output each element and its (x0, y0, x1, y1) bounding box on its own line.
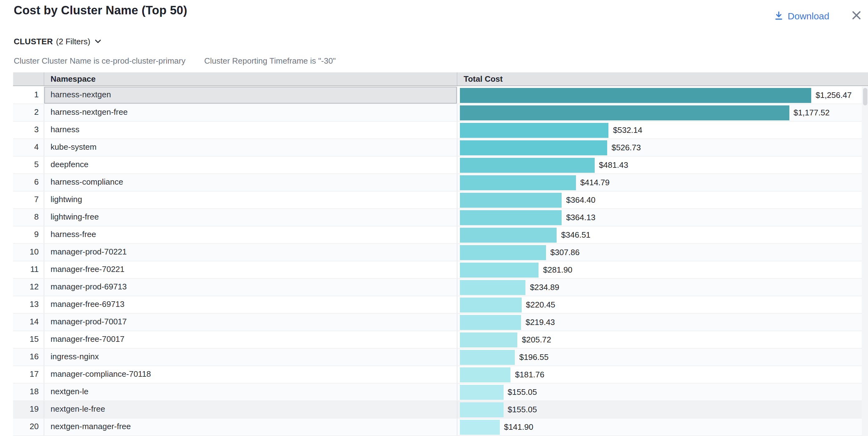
total-cost-cell[interactable]: $181.76 (457, 366, 862, 383)
row-rank: 6 (13, 174, 44, 191)
total-cost-cell[interactable]: $155.05 (457, 383, 862, 400)
namespace-cell[interactable]: manager-compliance-70118 (44, 366, 457, 383)
namespace-cell[interactable]: ingress-nginx (44, 349, 457, 366)
namespace-cell[interactable]: nextgen-manager-free (44, 418, 457, 435)
dialog-stage: Cost by Cluster Name (Top 50) Download C… (0, 0, 868, 436)
table-row[interactable]: 8lightwing-free$364.13 (13, 209, 862, 226)
table-row[interactable]: 14manager-prod-70017$219.43 (13, 314, 862, 331)
total-cost-cell[interactable]: $219.43 (457, 314, 862, 331)
row-rank: 18 (13, 383, 44, 400)
total-cost-cell[interactable]: $141.90 (457, 418, 862, 435)
total-cost-cell[interactable]: $307.86 (457, 244, 862, 261)
total-cost-cell[interactable]: $155.05 (457, 401, 862, 418)
filter-item-cluster-name: Cluster Cluster Name is ce-prod-cluster-… (14, 56, 185, 65)
scrollbar-thumb[interactable] (863, 88, 867, 105)
table-row[interactable]: 13manager-free-69713$220.45 (13, 296, 862, 314)
row-rank: 5 (13, 157, 44, 174)
cost-bar (460, 105, 789, 120)
close-button[interactable] (850, 9, 862, 21)
row-rank: 1 (13, 87, 44, 103)
total-cost-cell[interactable]: $1,256.47 (457, 87, 862, 103)
namespace-cell[interactable]: harness-free (44, 226, 457, 243)
namespace-cell[interactable]: manager-prod-69713 (44, 279, 457, 295)
row-rank: 17 (13, 366, 44, 383)
table-row[interactable]: 19nextgen-le-free$155.05 (13, 401, 862, 418)
cost-value: $526.73 (612, 143, 641, 152)
cost-bar (460, 332, 517, 347)
total-cost-cell[interactable]: $205.72 (457, 331, 862, 348)
total-cost-cell[interactable]: $281.90 (457, 261, 862, 278)
namespace-cell[interactable]: manager-free-70221 (44, 261, 457, 278)
total-cost-cell[interactable]: $234.89 (457, 279, 862, 295)
download-button[interactable]: Download (775, 10, 829, 21)
column-header-rank (13, 72, 44, 86)
cost-bar (460, 315, 521, 330)
table-row[interactable]: 11manager-free-70221$281.90 (13, 261, 862, 279)
namespace-cell[interactable]: manager-prod-70221 (44, 244, 457, 261)
cost-value: $196.55 (519, 352, 549, 362)
namespace-cell[interactable]: harness-nextgen-free (44, 104, 457, 121)
table-row[interactable]: 3harness$532.14 (13, 122, 862, 139)
table-row[interactable]: 4kube-system$526.73 (13, 139, 862, 157)
table-body: 1harness-nextgen$1,256.472harness-nextge… (13, 87, 862, 436)
namespace-cell[interactable]: lightwing-free (44, 209, 457, 226)
total-cost-cell[interactable]: $414.79 (457, 174, 862, 191)
namespace-cell[interactable]: lightwing (44, 191, 457, 208)
row-rank: 2 (13, 104, 44, 121)
namespace-cell[interactable]: manager-free-69713 (44, 296, 457, 313)
cost-value: $532.14 (613, 125, 643, 135)
table-row[interactable]: 18nextgen-le$155.05 (13, 383, 862, 401)
namespace-cell[interactable]: nextgen-le-free (44, 401, 457, 418)
cost-value: $364.40 (566, 195, 596, 205)
namespace-cell[interactable]: harness-compliance (44, 174, 457, 191)
total-cost-cell[interactable]: $526.73 (457, 139, 862, 156)
cost-bar (460, 157, 594, 173)
cost-bar (460, 210, 562, 225)
cost-value: $155.05 (508, 387, 537, 397)
column-header-namespace[interactable]: Namespace (44, 72, 457, 86)
cost-bar (460, 140, 607, 155)
row-rank: 8 (13, 209, 44, 226)
namespace-cell[interactable]: kube-system (44, 139, 457, 156)
total-cost-cell[interactable]: $346.51 (457, 226, 862, 243)
cost-value: $481.43 (599, 160, 628, 170)
cost-bar (460, 350, 515, 365)
table-row[interactable]: 15manager-free-70017$205.72 (13, 331, 862, 349)
table-row[interactable]: 6harness-compliance$414.79 (13, 174, 862, 191)
namespace-cell[interactable]: manager-free-70017 (44, 331, 457, 348)
namespace-cell[interactable]: deepfence (44, 157, 457, 174)
vertical-scrollbar[interactable] (862, 87, 868, 436)
total-cost-cell[interactable]: $532.14 (457, 122, 862, 138)
table-row[interactable]: 20nextgen-manager-free$141.90 (13, 418, 862, 436)
namespace-cell[interactable]: harness (44, 122, 457, 138)
filter-group-toggle[interactable]: CLUSTER (2 Filters) (14, 37, 101, 46)
cost-value: $281.90 (543, 265, 572, 275)
column-header-total-cost[interactable]: Total Cost (457, 72, 868, 86)
namespace-cell[interactable]: nextgen-le (44, 383, 457, 400)
total-cost-cell[interactable]: $364.13 (457, 209, 862, 226)
total-cost-cell[interactable]: $220.45 (457, 296, 862, 313)
total-cost-cell[interactable]: $364.40 (457, 191, 862, 208)
table-row[interactable]: 9harness-free$346.51 (13, 226, 862, 244)
total-cost-cell[interactable]: $196.55 (457, 349, 862, 366)
table-row[interactable]: 16ingress-nginx$196.55 (13, 349, 862, 366)
table-row[interactable]: 2harness-nextgen-free$1,177.52 (13, 104, 862, 122)
cost-bar (460, 192, 562, 208)
cost-value: $346.51 (561, 230, 591, 240)
table-row[interactable]: 7lightwing$364.40 (13, 191, 862, 209)
table-row[interactable]: 5deepfence$481.43 (13, 157, 862, 174)
namespace-cell[interactable]: harness-nextgen (44, 87, 457, 103)
namespace-cell[interactable]: manager-prod-70017 (44, 314, 457, 331)
table-row[interactable]: 12manager-prod-69713$234.89 (13, 279, 862, 296)
table-row[interactable]: 1harness-nextgen$1,256.47 (13, 87, 862, 104)
cost-value: $155.05 (508, 405, 537, 414)
row-rank: 9 (13, 226, 44, 243)
cost-table: Namespace Total Cost 1harness-nextgen$1,… (13, 72, 868, 436)
cost-bar (460, 384, 503, 400)
total-cost-cell[interactable]: $481.43 (457, 157, 862, 174)
total-cost-cell[interactable]: $1,177.52 (457, 104, 862, 121)
filter-group-label: CLUSTER (14, 37, 53, 46)
table-row[interactable]: 10manager-prod-70221$307.86 (13, 244, 862, 261)
filter-item-reporting-timeframe: Cluster Reporting Timeframe is "-30" (204, 56, 336, 65)
table-row[interactable]: 17manager-compliance-70118$181.76 (13, 366, 862, 383)
